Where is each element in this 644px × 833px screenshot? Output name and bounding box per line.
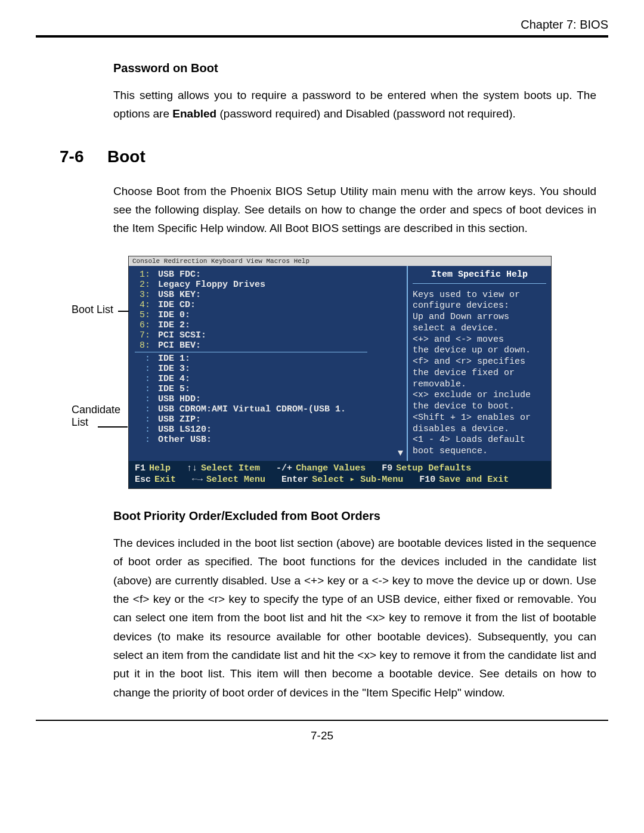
help-line: Up and Down arrows [413, 312, 546, 323]
num: 4: [137, 300, 150, 310]
num: : [137, 394, 150, 404]
bios-boot-panel: 1: USB FDC:2: Legacy Floppy Drives3: USB… [129, 266, 408, 461]
fval: Save and Exit [439, 475, 509, 485]
num: : [137, 425, 150, 435]
num: 2: [137, 280, 150, 290]
num: : [137, 374, 150, 384]
help-line: <x> exclude or include [413, 390, 546, 401]
num: 7: [137, 330, 150, 340]
help-line: removable. [413, 379, 546, 391]
candidate-list-item: : Other USB: [137, 435, 401, 445]
num: 1: [137, 270, 150, 280]
fval: Select Item [201, 463, 260, 473]
fval: Select ▸ Sub-Menu [312, 475, 403, 485]
heading-boot-priority: Boot Priority Order/Excluded from Boot O… [113, 509, 596, 523]
num: 8: [137, 340, 150, 351]
candidate-list-item: : IDE 4: [137, 374, 401, 384]
fkey: Enter [281, 475, 308, 485]
name: IDE 0: [158, 310, 190, 320]
bios-menubar: Console Redirection Keyboard View Macros… [129, 256, 551, 266]
chapter-header: Chapter 7: BIOS [36, 18, 608, 38]
callout-line [98, 426, 128, 428]
boot-list-item: 3: USB KEY: [137, 290, 401, 300]
callout-candidate-list: Candidate List [72, 404, 120, 429]
num: 5: [137, 310, 150, 320]
fkey: ↑↓ [187, 463, 197, 473]
num: : [137, 384, 150, 394]
name: USB LS120: [158, 425, 212, 435]
candidate-list-item: : USB CDROM:AMI Virtual CDROM-(USB 1. [137, 404, 401, 414]
name: IDE 3: [158, 364, 190, 374]
paragraph-password: This setting allows you to require a pas… [113, 86, 596, 123]
help-line: configure devices: [413, 301, 546, 312]
num: 3: [137, 290, 150, 300]
fkey: F10 [419, 475, 435, 485]
bios-help-panel: Item Specific Help Keys used to view orc… [408, 266, 551, 461]
candidate-list-item: : IDE 3: [137, 364, 401, 374]
name: USB FDC: [158, 270, 201, 280]
fval: Setup Defaults [396, 463, 471, 473]
name: IDE CD: [158, 300, 196, 310]
fval: Change Values [296, 463, 366, 473]
candidate-list-item: : USB ZIP: [137, 414, 401, 425]
boot-list-item: 4: IDE CD: [137, 300, 401, 310]
chapter-name: Boot [107, 147, 145, 166]
name: Other USB: [158, 435, 212, 445]
boot-list-item: 8: PCI BEV: [137, 340, 401, 351]
name: PCI BEV: [158, 340, 201, 351]
text: Candidate [72, 404, 120, 416]
paragraph-boot-intro: Choose Boot from the Phoenix BIOS Setup … [113, 182, 596, 238]
name: IDE 5: [158, 384, 190, 394]
fkey: F9 [382, 463, 392, 473]
bios-footer: F1Help ↑↓Select Item -/+Change Values F9… [129, 461, 551, 488]
num: : [137, 354, 150, 364]
text-bold: Enabled [172, 107, 216, 120]
chapter-title: 7-6Boot [60, 147, 596, 166]
text: (password required) and Disabled (passwo… [216, 107, 516, 120]
name: IDE 1: [158, 354, 190, 364]
num: : [137, 404, 150, 414]
candidate-list-item: : IDE 5: [137, 384, 401, 394]
text: List [72, 416, 88, 428]
callout-boot-list: Boot List [72, 304, 113, 316]
fval: Help [149, 463, 171, 473]
num: : [137, 414, 150, 425]
boot-list-item: 7: PCI SCSI: [137, 330, 401, 340]
help-line: <Shift + 1> enables or [413, 413, 546, 424]
bios-screenshot-container: Boot List Candidate List Console Redirec… [72, 256, 596, 489]
help-line: <f> and <r> specifies [413, 357, 546, 368]
scroll-down-icon: ▼ [398, 448, 403, 459]
chapter-number: 7-6 [60, 147, 107, 166]
boot-list-item: 6: IDE 2: [137, 320, 401, 330]
separator [135, 352, 367, 352]
name: USB KEY: [158, 290, 201, 300]
help-line: the device to boot. [413, 401, 546, 413]
heading-password-on-boot: Password on Boot [113, 61, 596, 75]
paragraph-boot-priority: The devices included in the boot list se… [113, 534, 596, 702]
help-line: <1 - 4> Loads default [413, 435, 546, 446]
name: Legacy Floppy Drives [158, 280, 265, 290]
fkey: ←→ [192, 475, 203, 485]
name: IDE 2: [158, 320, 190, 330]
help-title: Item Specific Help [413, 270, 546, 284]
fval: Exit [154, 475, 176, 485]
boot-list-item: 5: IDE 0: [137, 310, 401, 320]
fkey: Esc [135, 475, 151, 485]
help-line: boot sequence. [413, 446, 546, 457]
help-line: Keys used to view or [413, 290, 546, 301]
fkey: F1 [135, 463, 145, 473]
num: : [137, 435, 150, 445]
name: USB ZIP: [158, 414, 201, 425]
num: 6: [137, 320, 150, 330]
fval: Select Menu [206, 475, 265, 485]
name: PCI SCSI: [158, 330, 206, 340]
help-line: disables a device. [413, 424, 546, 435]
candidate-list-item: : USB HDD: [137, 394, 401, 404]
name: USB CDROM:AMI Virtual CDROM-(USB 1. [158, 404, 346, 414]
page-number: 7-25 [36, 720, 608, 742]
help-line: <+> and <-> moves [413, 335, 546, 346]
num: : [137, 364, 150, 374]
candidate-list-item: : IDE 1: [137, 354, 401, 364]
callout-line [118, 311, 129, 312]
candidate-list-item: : USB LS120: [137, 425, 401, 435]
